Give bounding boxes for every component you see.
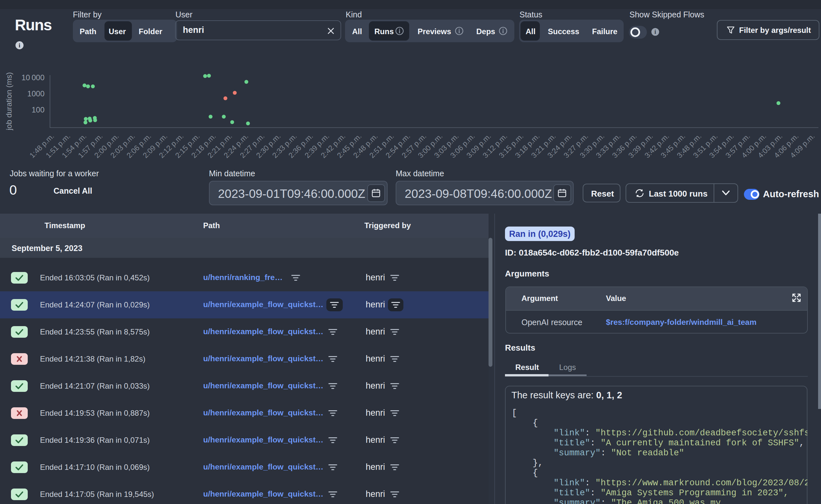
svg-text:10 000: 10 000 xyxy=(21,73,44,82)
svg-text:1000: 1000 xyxy=(27,89,44,98)
svg-text:job duration (ms): job duration (ms) xyxy=(5,72,13,131)
svg-text:100: 100 xyxy=(32,105,44,114)
